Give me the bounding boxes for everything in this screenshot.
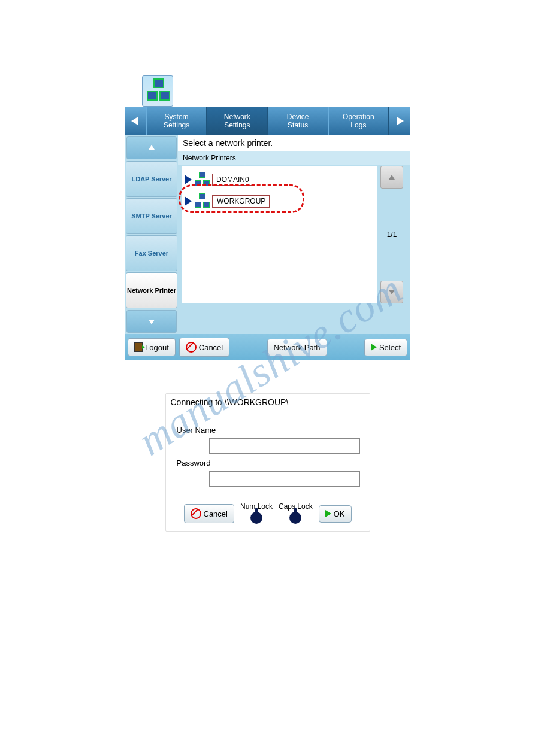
ok-button[interactable]: OK [319,505,352,523]
expand-icon [185,175,192,184]
tab-label: Settings [207,121,267,129]
list-scrollbar: 1/1 [377,166,406,303]
dialog-title: Connecting to \\WORKGROUP\ [166,394,370,411]
logout-icon [134,342,143,352]
button-label: Select [379,343,401,352]
sidebar-item-label: LDAP Server [131,175,171,183]
list-item-label: WORKGROUP [212,195,270,208]
sidebar-item-fax-server[interactable]: Fax Server [126,235,177,271]
svg-marker-0 [131,117,138,125]
tab-operation-logs[interactable]: Operation Logs [328,107,389,135]
password-label: Password [177,459,359,467]
tab-label: System [147,113,206,121]
sidebar-scroll-down[interactable] [126,310,177,333]
button-label: Network Path [274,343,321,352]
sidebar-item-smtp-server[interactable]: SMTP Server [126,198,177,234]
svg-marker-4 [389,175,395,180]
sidebar: LDAP Server SMTP Server Fax Server Netwo… [125,135,178,334]
network-path-button[interactable]: Network Path [267,339,327,356]
tabs-next-arrow[interactable] [389,107,410,135]
svg-marker-3 [149,320,155,324]
list-item[interactable]: DOMAIN0 [185,169,374,190]
indicator-icon [250,512,262,524]
cancel-icon [186,342,197,353]
list-label: Network Printers [178,151,410,165]
settings-ui-screenshot: System Settings Network Settings Device … [125,75,410,360]
cancel-button[interactable]: Cancel [179,338,229,357]
list-item-label: DOMAIN0 [212,174,253,186]
button-label: OK [334,509,345,518]
list-item[interactable]: WORKGROUP [185,190,374,212]
username-input[interactable] [209,438,360,454]
cancel-button[interactable]: Cancel [184,504,234,523]
panel-title: Select a network printer. [178,135,410,151]
page-indicator: 1/1 [387,189,397,281]
network-icon [142,75,173,107]
tab-system-settings[interactable]: System Settings [146,107,207,135]
auth-dialog-screenshot: Connecting to \\WORKGROUP\ User Name Pas… [165,393,370,532]
network-icon [194,172,210,187]
tab-label: Device [268,113,328,121]
tabs-prev-arrow[interactable] [125,107,146,135]
tab-label: Status [268,121,328,129]
sidebar-item-ldap-server[interactable]: LDAP Server [126,161,177,197]
logout-button[interactable]: Logout [128,338,176,356]
expand-icon [185,196,192,206]
sidebar-item-label: Network Printer [127,287,176,294]
username-label: User Name [177,426,359,435]
indicator-icon [289,512,301,524]
tab-network-settings[interactable]: Network Settings [207,107,267,135]
tab-label: Operation [329,113,388,121]
capslock-indicator: Caps Lock [279,502,313,525]
sidebar-item-network-printer[interactable]: Network Printer [126,272,177,308]
dialog-button-row: Cancel Num Lock Caps Lock OK [166,496,370,531]
cancel-icon [191,508,201,519]
button-label: Cancel [204,509,228,518]
main-panel: Select a network printer. Network Printe… [178,135,410,334]
sidebar-scroll-up[interactable] [126,136,177,159]
sidebar-item-label: Fax Server [135,250,168,257]
button-label: Logout [145,343,169,352]
play-icon [325,510,331,517]
tab-label: Settings [147,121,206,129]
svg-marker-2 [149,145,155,150]
top-tab-bar: System Settings Network Settings Device … [125,107,410,135]
list-scroll-down[interactable] [380,281,403,303]
svg-marker-5 [389,290,395,294]
list-scroll-up[interactable] [380,166,403,189]
network-printer-list: DOMAIN0 WORKGROUP [182,166,377,303]
tab-label: Network [207,113,267,121]
tab-device-status[interactable]: Device Status [268,107,328,135]
sidebar-item-label: SMTP Server [131,212,172,220]
play-icon [371,344,377,351]
network-icon [194,193,210,209]
select-button[interactable]: Select [364,339,407,356]
password-input[interactable] [209,471,360,487]
numlock-indicator: Num Lock [240,502,273,525]
button-label: Cancel [199,343,223,352]
bottom-toolbar: Logout Cancel Network Path Select [125,334,410,360]
tab-label: Logs [329,121,388,129]
page-top-rule [54,42,481,42]
svg-marker-1 [397,117,404,125]
